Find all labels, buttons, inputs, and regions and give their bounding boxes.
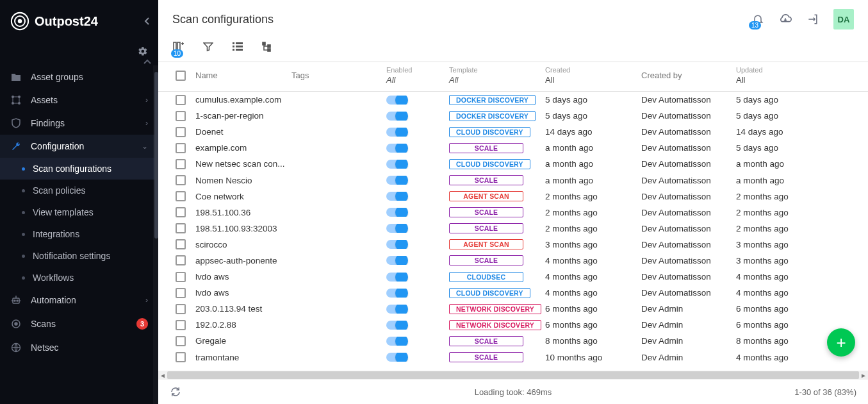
- enabled-toggle[interactable]: [386, 321, 405, 330]
- sidebar-item-automation[interactable]: Automation ›: [0, 289, 158, 312]
- sidebar-item-configuration[interactable]: Configuration ⌄: [0, 135, 158, 158]
- table-row[interactable]: scirocco AGENT SCAN 3 months ago Dev Aut…: [158, 237, 868, 253]
- table-row[interactable]: tramontane SCALE 10 months ago Dev Admin…: [158, 349, 868, 366]
- list-view-icon[interactable]: [233, 42, 243, 51]
- svg-rect-23: [236, 46, 243, 47]
- table-row[interactable]: Doenet CLOUD DISCOVERY 14 days ago Dev A…: [158, 124, 868, 140]
- enabled-toggle[interactable]: [386, 289, 405, 298]
- select-all-checkbox[interactable]: [176, 71, 186, 81]
- cell-updated: 5 days ago: [736, 95, 826, 105]
- tree-view-icon[interactable]: [262, 42, 272, 52]
- enabled-toggle[interactable]: [386, 160, 405, 169]
- column-name[interactable]: Name: [195, 71, 291, 80]
- row-checkbox[interactable]: [176, 239, 186, 249]
- sidebar-subitem-notification-settings[interactable]: Notification settings: [0, 245, 158, 267]
- cloud-download-icon[interactable]: [778, 13, 792, 26]
- row-checkbox[interactable]: [176, 207, 186, 217]
- table-row[interactable]: 198.51.100.93:32003 SCALE 2 months ago D…: [158, 221, 868, 237]
- table-row[interactable]: appsec-auth-ponente SCALE 4 months ago D…: [158, 253, 868, 269]
- horizontal-scrollbar[interactable]: ◄ ►: [158, 371, 868, 380]
- row-checkbox[interactable]: [176, 159, 186, 169]
- enabled-toggle[interactable]: [386, 337, 405, 346]
- bell-icon[interactable]: 13: [751, 13, 764, 26]
- svg-rect-22: [233, 46, 234, 47]
- enabled-toggle[interactable]: [386, 144, 405, 153]
- table-row[interactable]: lvdo aws CLOUD DISCOVERY 4 months ago De…: [158, 285, 868, 301]
- notifications-badge: 13: [749, 21, 761, 29]
- enabled-toggle[interactable]: [386, 192, 405, 201]
- sidebar-item-netsec[interactable]: Netsec: [0, 336, 158, 359]
- enabled-toggle[interactable]: [386, 240, 405, 249]
- scroll-right-icon[interactable]: ►: [859, 372, 868, 379]
- row-checkbox[interactable]: [176, 304, 186, 314]
- row-checkbox[interactable]: [176, 95, 186, 105]
- sidebar-scrollbar[interactable]: [153, 65, 158, 404]
- row-checkbox[interactable]: [176, 111, 186, 121]
- enabled-toggle[interactable]: [386, 224, 405, 233]
- column-createdby[interactable]: Created by: [641, 71, 736, 80]
- table-row[interactable]: Gregale SCALE 8 months ago Dev Admin 8 m…: [158, 333, 868, 349]
- table-row[interactable]: 198.51.100.36 SCALE 2 months ago Dev Aut…: [158, 205, 868, 221]
- sidebar-subitem-workflows[interactable]: Workflows: [0, 267, 158, 289]
- row-checkbox[interactable]: [176, 352, 186, 362]
- row-checkbox[interactable]: [176, 223, 186, 233]
- enabled-toggle[interactable]: [386, 208, 405, 217]
- column-created[interactable]: Created All: [545, 66, 641, 85]
- table-row[interactable]: 203.0.113.94 test NETWORK DISCOVERY 6 mo…: [158, 301, 868, 317]
- sidebar-subitem-view-templates[interactable]: View templates: [0, 201, 158, 223]
- sidebar-scroll-up[interactable]: [0, 59, 158, 65]
- row-checkbox[interactable]: [176, 320, 186, 330]
- enabled-toggle[interactable]: [386, 273, 405, 282]
- table-row[interactable]: cumulus.example.com DOCKER DISCOVERY 5 d…: [158, 92, 868, 108]
- sidebar-subitem-label: Notification settings: [33, 251, 110, 261]
- logo[interactable]: Outpost24: [10, 12, 98, 31]
- enabled-toggle[interactable]: [386, 176, 405, 185]
- enabled-toggle[interactable]: [386, 353, 405, 362]
- row-checkbox[interactable]: [176, 175, 186, 185]
- refresh-icon[interactable]: [170, 386, 181, 398]
- avatar[interactable]: DA: [833, 9, 854, 29]
- scroll-left-icon[interactable]: ◄: [158, 372, 167, 379]
- table-row[interactable]: 1-scan-per-region DOCKER DISCOVERY 5 day…: [158, 108, 868, 124]
- column-updated[interactable]: Updated All: [736, 66, 826, 85]
- columns-icon[interactable]: 10: [172, 41, 184, 53]
- table-row[interactable]: New netsec scan con... CLOUD DISCOVERY a…: [158, 156, 868, 172]
- table-row[interactable]: example.com SCALE a month ago Dev Automa…: [158, 140, 868, 156]
- logout-icon[interactable]: [807, 13, 819, 26]
- cell-createdby: Dev Automatisson: [641, 176, 736, 185]
- table-row[interactable]: lvdo aws CLOUDSEC 4 months ago Dev Autom…: [158, 269, 868, 285]
- sidebar-subitem-scan-configurations[interactable]: Scan configurations: [0, 158, 158, 180]
- enabled-toggle[interactable]: [386, 305, 405, 314]
- table-row[interactable]: Coe network AGENT SCAN 2 months ago Dev …: [158, 189, 868, 205]
- row-checkbox[interactable]: [176, 191, 186, 201]
- collapse-sidebar-icon[interactable]: [144, 17, 151, 26]
- row-checkbox[interactable]: [176, 288, 186, 298]
- sidebar-subitem-integrations[interactable]: Integrations: [0, 223, 158, 245]
- cell-name: lvdo aws: [195, 272, 291, 282]
- row-checkbox[interactable]: [176, 255, 186, 265]
- row-checkbox[interactable]: [176, 143, 186, 153]
- row-checkbox[interactable]: [176, 272, 186, 282]
- enabled-toggle[interactable]: [386, 112, 405, 121]
- sidebar-item-findings[interactable]: Findings ›: [0, 112, 158, 135]
- column-enabled[interactable]: Enabled All: [386, 66, 449, 85]
- column-template[interactable]: Template All: [449, 66, 545, 85]
- column-tags[interactable]: Tags: [291, 71, 386, 80]
- add-button[interactable]: +: [827, 328, 855, 357]
- sidebar-item-assets[interactable]: Assets ›: [0, 88, 158, 112]
- cell-created: a month ago: [545, 159, 641, 169]
- gear-icon[interactable]: [138, 46, 148, 56]
- filter-icon[interactable]: [203, 42, 213, 52]
- row-checkbox[interactable]: [176, 127, 186, 137]
- enabled-toggle[interactable]: [386, 128, 405, 137]
- table-row[interactable]: 192.0.2.88 NETWORK DISCOVERY 6 months ag…: [158, 317, 868, 333]
- cell-created: 5 days ago: [545, 111, 641, 121]
- table-row[interactable]: Nomen Nescio SCALE a month ago Dev Autom…: [158, 172, 868, 188]
- enabled-toggle[interactable]: [386, 96, 405, 105]
- sidebar-item-scans[interactable]: Scans 3: [0, 312, 158, 336]
- sidebar-item-asset-groups[interactable]: Asset groups: [0, 65, 158, 88]
- sidebar-item-label: Netsec: [31, 342, 59, 353]
- enabled-toggle[interactable]: [386, 256, 405, 265]
- row-checkbox[interactable]: [176, 336, 186, 346]
- sidebar-subitem-scan-policies[interactable]: Scan policies: [0, 180, 158, 201]
